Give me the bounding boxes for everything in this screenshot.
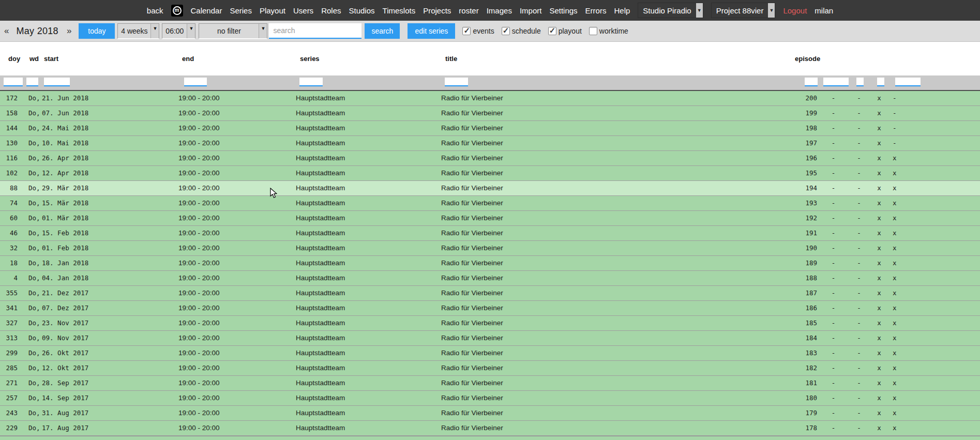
app-window: back m CalendarSeriesPlayoutUsersRolesSt… xyxy=(0,0,980,440)
filter-input-title[interactable] xyxy=(445,78,468,86)
cell-wd: Do, xyxy=(28,136,40,150)
col-header-series[interactable]: series xyxy=(300,42,320,75)
today-button[interactable]: today xyxy=(79,23,115,39)
search-button[interactable]: search xyxy=(365,23,400,39)
table-row[interactable]: 172Do,21. Jun 201819:00 - 20:00Hauptstad… xyxy=(0,91,980,106)
table-row[interactable]: 144Do,24. Mai 201819:00 - 20:00Hauptstad… xyxy=(0,121,980,136)
nav-item-projects[interactable]: Projects xyxy=(423,6,451,15)
next-month-button[interactable]: » xyxy=(67,26,71,36)
cell-end: 19:00 - 20:00 xyxy=(178,241,220,255)
col-header-end[interactable]: end xyxy=(182,42,194,75)
cell-doy: 341 xyxy=(0,301,18,315)
studio-select[interactable]: Studio Piradio ▼ xyxy=(638,3,703,18)
cell-title: Radio für Vierbeiner xyxy=(441,196,503,210)
table-row[interactable]: 257Do,14. Sep 201719:00 - 20:00Hauptstad… xyxy=(0,391,980,406)
checkbox-checked-icon xyxy=(502,27,510,35)
cell-doy: 144 xyxy=(0,121,18,135)
nav-item-timeslots[interactable]: Timeslots xyxy=(383,6,416,15)
table-row[interactable]: 46Do,15. Feb 201819:00 - 20:00Hauptstadt… xyxy=(0,226,980,241)
cell-start: 15. Mär 2018 xyxy=(42,196,88,210)
filter-input-doy[interactable] xyxy=(4,78,23,86)
cell-wd: Do, xyxy=(28,196,40,210)
table-row[interactable]: 285Do,12. Okt 201719:00 - 20:00Hauptstad… xyxy=(0,361,980,376)
table-row[interactable]: 299Do,26. Okt 201719:00 - 20:00Hauptstad… xyxy=(0,346,980,361)
table-row[interactable]: 271Do,28. Sep 201719:00 - 20:00Hauptstad… xyxy=(0,376,980,391)
cell-mic: - xyxy=(849,331,869,345)
time-select[interactable]: 06:00 ▼ xyxy=(162,23,195,39)
table-row[interactable]: 130Do,10. Mai 201819:00 - 20:00Hauptstad… xyxy=(0,136,980,151)
table-row[interactable]: 74Do,15. Mär 201819:00 - 20:00Hauptstadt… xyxy=(0,196,980,211)
filter-select[interactable]: no filter ▼ xyxy=(199,23,267,39)
nav-item-studios[interactable]: Studios xyxy=(349,6,374,15)
filter-input-saved[interactable] xyxy=(895,78,921,86)
range-select[interactable]: 4 weeks ▼ xyxy=(117,23,159,39)
checkbox-playout[interactable]: playout xyxy=(548,27,582,35)
filter-input-start[interactable] xyxy=(44,78,70,86)
cell-saved: x xyxy=(893,166,897,180)
filter-input-mic[interactable] xyxy=(856,78,864,86)
table-row[interactable]: 243Do,31. Aug 201719:00 - 20:00Hauptstad… xyxy=(0,406,980,421)
cell-start: 24. Mai 2018 xyxy=(42,121,88,135)
cell-rerun: - xyxy=(818,286,849,300)
col-header-doy[interactable]: doy xyxy=(8,42,20,75)
project-select[interactable]: Project 88vier ▼ xyxy=(711,3,776,18)
search-input[interactable] xyxy=(269,23,361,39)
cell-mic: - xyxy=(849,211,869,225)
table-row[interactable]: 158Do,07. Jun 201819:00 - 20:00Hauptstad… xyxy=(0,106,980,121)
table-row[interactable]: 327Do,23. Nov 201719:00 - 20:00Hauptstad… xyxy=(0,316,980,331)
nav-item-errors[interactable]: Errors xyxy=(585,6,607,15)
edit-series-button[interactable]: edit series xyxy=(408,23,455,39)
nav-item-playout[interactable]: Playout xyxy=(260,6,285,15)
nav-item-users[interactable]: Users xyxy=(293,6,313,15)
nav-item-settings[interactable]: Settings xyxy=(549,6,577,15)
table-row[interactable]: 102Do,12. Apr 201819:00 - 20:00Hauptstad… xyxy=(0,166,980,181)
checkbox-schedule[interactable]: schedule xyxy=(502,27,541,35)
col-header-title[interactable]: title xyxy=(445,42,457,75)
nav-item-calendar[interactable]: Calendar xyxy=(191,6,222,15)
table-row[interactable]: 18Do,18. Jan 201819:00 - 20:00Hauptstadt… xyxy=(0,256,980,271)
nav-item-roster[interactable]: roster xyxy=(459,6,478,15)
cell-wd: Do, xyxy=(28,361,40,375)
table-row[interactable]: 313Do,09. Nov 201719:00 - 20:00Hauptstad… xyxy=(0,331,980,346)
cell-series: Hauptstadtteam xyxy=(296,361,345,375)
cell-saved: x xyxy=(893,391,897,405)
app-logo-icon[interactable]: m xyxy=(171,5,183,17)
col-header-episode[interactable]: episode xyxy=(795,42,820,75)
table-row[interactable]: 355Do,21. Dez 201719:00 - 20:00Hauptstad… xyxy=(0,286,980,301)
filter-input-end[interactable] xyxy=(184,78,207,86)
table-row[interactable]: 116Do,26. Apr 201819:00 - 20:00Hauptstad… xyxy=(0,151,980,166)
table-row[interactable]: 341Do,07. Dez 201719:00 - 20:00Hauptstad… xyxy=(0,301,980,316)
cell-end: 19:00 - 20:00 xyxy=(178,106,220,120)
nav-item-roles[interactable]: Roles xyxy=(321,6,341,15)
filter-input-edit[interactable] xyxy=(877,78,884,86)
cell-rerun: - xyxy=(818,406,849,420)
cell-end: 19:00 - 20:00 xyxy=(178,361,220,375)
filter-input-wd[interactable] xyxy=(26,78,38,86)
cell-wd: Do, xyxy=(28,106,40,120)
nav-item-help[interactable]: Help xyxy=(614,6,630,15)
cell-series: Hauptstadtteam xyxy=(296,241,345,255)
table-row[interactable]: 4Do,04. Jan 201819:00 - 20:00Hauptstadtt… xyxy=(0,271,980,286)
prev-month-button[interactable]: « xyxy=(4,26,9,36)
checkbox-events[interactable]: events xyxy=(462,27,494,35)
table-row[interactable]: 32Do,01. Feb 201819:00 - 20:00Hauptstadt… xyxy=(0,241,980,256)
cell-title: Radio für Vierbeiner xyxy=(441,361,503,375)
table-row[interactable]: 60Do,01. Mär 201819:00 - 20:00Hauptstadt… xyxy=(0,211,980,226)
table-row[interactable]: 229Do,17. Aug 201719:00 - 20:00Hauptstad… xyxy=(0,421,980,436)
col-header-wd[interactable]: wd xyxy=(29,42,39,75)
checkbox-worktime[interactable]: worktime xyxy=(589,27,628,35)
nav-item-images[interactable]: Images xyxy=(487,6,512,15)
col-header-start[interactable]: start xyxy=(44,42,58,75)
nav-item-back[interactable]: back xyxy=(147,6,163,15)
filter-input-series[interactable] xyxy=(299,78,323,86)
nav-item-import[interactable]: Import xyxy=(520,6,542,15)
table-row-partial[interactable] xyxy=(0,436,980,440)
cell-doy: 243 xyxy=(0,406,18,420)
nav-item-series[interactable]: Series xyxy=(230,6,252,15)
cell-series: Hauptstadtteam xyxy=(296,136,345,150)
filter-input-rerun[interactable] xyxy=(823,78,849,86)
filter-input-episode[interactable] xyxy=(805,78,818,86)
cell-end: 19:00 - 20:00 xyxy=(178,226,220,240)
logout-button[interactable]: Logout xyxy=(783,6,807,15)
table-row[interactable]: 88Do,29. Mär 201819:00 - 20:00Hauptstadt… xyxy=(0,181,980,196)
